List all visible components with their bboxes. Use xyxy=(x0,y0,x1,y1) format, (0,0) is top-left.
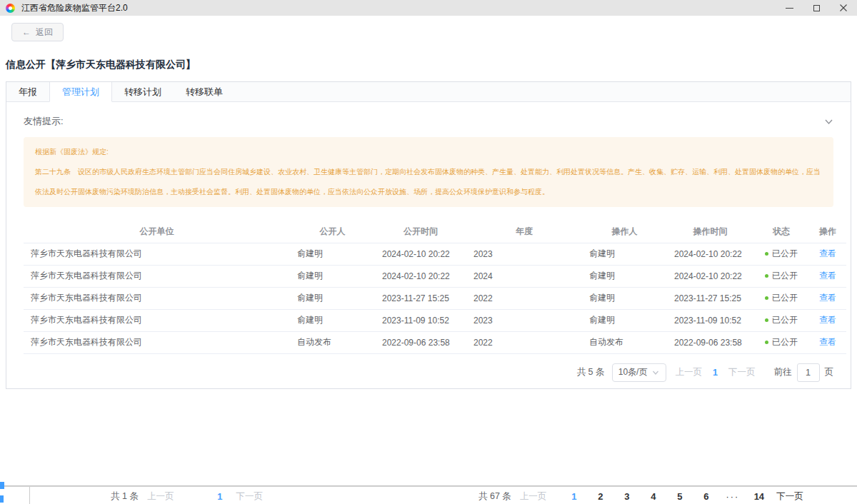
cell-publish-time: 2024-02-10 20:22 xyxy=(375,265,466,287)
view-link[interactable]: 查看 xyxy=(819,293,836,303)
page-number[interactable]: 14 xyxy=(749,491,769,502)
bottom-right-pagination: 共 67 条 上一页 1 2 3 4 5 6 ··· 14 下一页 xyxy=(478,490,803,503)
cell-operator: 俞建明 xyxy=(582,243,667,265)
next-page-button[interactable]: 下一页 xyxy=(776,490,803,503)
view-link[interactable]: 查看 xyxy=(819,337,836,347)
page-number[interactable]: 1 xyxy=(564,491,584,502)
notice-header: 友情提示: xyxy=(18,114,839,128)
cell-unit: 萍乡市天东电器科技有限公司 xyxy=(24,243,290,265)
green-dot-icon xyxy=(765,318,768,322)
tab-bar-filler xyxy=(235,82,851,102)
view-link[interactable]: 查看 xyxy=(819,315,836,325)
regulation-notice-box: 根据新《固废法》规定: 第二十九条 设区的市级人民政府生态环境主管部门应当会同住… xyxy=(24,137,833,207)
titlebar: 江西省危险废物监管平台2.0 xyxy=(0,0,857,16)
cell-discloser: 俞建明 xyxy=(290,265,375,287)
cell-unit: 萍乡市天东电器科技有限公司 xyxy=(24,287,290,309)
table-pagination: 共 5 条 10条/页 上一页 1 下一页 前往 页 xyxy=(24,363,833,383)
chevron-down-icon[interactable] xyxy=(824,117,833,126)
cell-op-time: 2024-02-10 20:22 xyxy=(667,265,753,287)
goto-page-input[interactable] xyxy=(797,363,820,382)
status-text: 已公开 xyxy=(772,271,798,281)
col-header-publish-time: 公开时间 xyxy=(375,221,466,243)
page-number[interactable]: 6 xyxy=(696,491,716,502)
page-number[interactable]: 3 xyxy=(617,491,637,502)
back-button[interactable]: ← 返回 xyxy=(11,23,64,41)
view-link[interactable]: 查看 xyxy=(819,271,836,281)
cell-discloser: 俞建明 xyxy=(290,243,375,265)
cell-discloser: 俞建明 xyxy=(290,287,375,309)
status-text: 已公开 xyxy=(772,248,798,258)
cell-op-time: 2023-11-27 15:25 xyxy=(667,287,753,309)
status-text: 已公开 xyxy=(772,293,798,303)
cell-operator: 俞建明 xyxy=(582,287,667,309)
next-page-button[interactable]: 下一页 xyxy=(728,366,756,378)
cell-status: 已公开 xyxy=(753,309,809,331)
col-header-operator: 操作人 xyxy=(582,221,667,243)
table-row: 萍乡市天东电器科技有限公司 俞建明 2023-11-27 15:25 2022 … xyxy=(24,287,846,309)
pagination-total: 共 67 条 xyxy=(478,490,511,503)
minimize-button[interactable] xyxy=(776,0,803,16)
cell-operator: 俞建明 xyxy=(582,309,667,331)
view-link[interactable]: 查看 xyxy=(819,248,836,258)
col-header-year: 年度 xyxy=(466,221,582,243)
back-arrow-icon: ← xyxy=(22,27,31,37)
minimize-icon xyxy=(786,8,793,9)
current-page-number[interactable]: 1 xyxy=(210,491,230,502)
status-text: 已公开 xyxy=(772,315,798,325)
more-pages-icon[interactable]: ··· xyxy=(723,492,743,502)
tab-card: 年报 管理计划 转移计划 转移联单 友情提示: 根据新《固废法》规定: 第二十九… xyxy=(6,81,851,389)
page-number[interactable]: 2 xyxy=(591,491,611,502)
cell-status: 已公开 xyxy=(753,265,809,287)
cell-discloser: 俞建明 xyxy=(290,309,375,331)
cell-action: 查看 xyxy=(809,265,846,287)
cell-year: 2023 xyxy=(466,243,582,265)
cell-op-time: 2022-09-06 23:58 xyxy=(667,331,753,353)
pagination-total: 共 5 条 xyxy=(577,366,605,378)
tab-bar: 年报 管理计划 转移计划 转移联单 xyxy=(6,82,851,102)
cell-action: 查看 xyxy=(809,309,846,331)
page-size-select[interactable]: 10条/页 xyxy=(612,363,666,382)
close-button[interactable] xyxy=(830,0,857,16)
cell-publish-time: 2024-02-10 20:22 xyxy=(375,243,466,265)
clipped-blue-element xyxy=(0,482,4,489)
next-page-button[interactable]: 下一页 xyxy=(236,490,263,503)
green-dot-icon xyxy=(765,341,768,344)
tab-annual-report[interactable]: 年报 xyxy=(6,82,49,102)
table-header-row: 公开单位 公开人 公开时间 年度 操作人 操作时间 状态 操作 xyxy=(24,221,846,243)
cell-publish-time: 2022-09-06 23:58 xyxy=(375,331,466,353)
prev-page-button[interactable]: 上一页 xyxy=(676,366,703,378)
col-header-status: 状态 xyxy=(753,221,809,243)
chevron-down-icon xyxy=(652,369,659,376)
prev-page-button[interactable]: 上一页 xyxy=(147,490,174,503)
goto-label: 前往 xyxy=(774,366,792,378)
current-page-number[interactable]: 1 xyxy=(713,368,718,378)
cell-status: 已公开 xyxy=(753,331,809,353)
page-number[interactable]: 5 xyxy=(670,491,690,502)
notice-body: 第二十九条 设区的市级人民政府生态环境主管部门应当会同住房城乡建设、农业农村、卫… xyxy=(35,162,822,202)
close-icon xyxy=(840,4,847,11)
col-header-discloser: 公开人 xyxy=(290,221,375,243)
maximize-button[interactable] xyxy=(803,0,830,16)
bottom-divider xyxy=(0,485,857,487)
cell-operator: 自动发布 xyxy=(582,331,667,353)
col-header-unit: 公开单位 xyxy=(24,221,290,243)
cell-publish-time: 2023-11-27 15:25 xyxy=(375,287,466,309)
cell-publish-time: 2023-11-09 10:52 xyxy=(375,309,466,331)
prev-page-button[interactable]: 上一页 xyxy=(520,490,547,503)
bottom-vertical-divider xyxy=(29,487,30,504)
green-dot-icon xyxy=(765,252,768,256)
clipped-blue-element xyxy=(0,495,4,503)
tab-transfer-plan[interactable]: 转移计划 xyxy=(112,82,174,102)
cell-action: 查看 xyxy=(809,331,846,353)
page-number[interactable]: 4 xyxy=(643,491,663,502)
tab-transfer-manifest[interactable]: 转移联单 xyxy=(174,82,235,102)
tab-management-plan[interactable]: 管理计划 xyxy=(49,82,112,102)
main-content: ← 返回 信息公开【萍乡市天东电器科技有限公司】 年报 管理计划 转移计划 转移… xyxy=(0,16,857,389)
notice-line1: 根据新《固废法》规定: xyxy=(35,142,822,162)
col-header-action: 操作 xyxy=(809,221,846,243)
tab-content: 友情提示: 根据新《固废法》规定: 第二十九条 设区的市级人民政府生态环境主管部… xyxy=(6,102,851,388)
pagination-total: 共 1 条 xyxy=(111,490,139,503)
back-button-label: 返回 xyxy=(36,26,53,39)
col-header-op-time: 操作时间 xyxy=(667,221,753,243)
cell-action: 查看 xyxy=(809,243,846,265)
